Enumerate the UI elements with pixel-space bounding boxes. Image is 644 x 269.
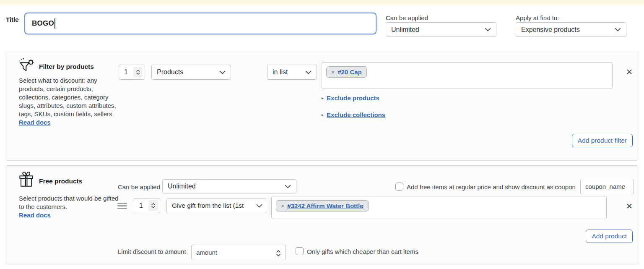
- gift-products-tag-field[interactable]: × #3242 Affirm Water Bottle: [271, 196, 607, 219]
- limit-amount-input[interactable]: [191, 245, 286, 260]
- free-products-description-text: Select products that would be gifted to …: [19, 195, 119, 210]
- product-chip: × #20 Cap: [326, 66, 367, 78]
- filter-by-products-panel: Filter by products Select what to discou…: [6, 51, 638, 161]
- remove-chip-icon[interactable]: ×: [331, 69, 335, 76]
- product-link[interactable]: #20 Cap: [338, 68, 362, 76]
- chevron-down-icon: [136, 73, 140, 75]
- title-value: BOGO: [32, 19, 54, 28]
- top-notice-bar: [0, 0, 644, 5]
- title-input[interactable]: BOGO: [24, 13, 377, 34]
- title-label: Title: [6, 16, 19, 23]
- gift-quantity-stepper[interactable]: 1: [134, 198, 160, 213]
- filter-operator-value: in list: [273, 68, 302, 76]
- can-be-applied-label: Can be applied: [386, 14, 428, 21]
- add-product-filter-button[interactable]: Add product filter: [572, 134, 633, 147]
- fp-can-be-applied-select[interactable]: Unlimited: [162, 179, 296, 193]
- gift-mode-select[interactable]: Give gift from the list (1st: [166, 198, 266, 213]
- chevron-down-icon: [276, 254, 280, 256]
- free-products-panel: Free products Select products that would…: [6, 165, 638, 264]
- fp-can-be-applied-value: Unlimited: [168, 183, 281, 190]
- free-products-description: Select products that would be gifted to …: [19, 194, 119, 219]
- amount-spinner-arrows[interactable]: [276, 250, 280, 256]
- chevron-down-icon: [615, 28, 621, 31]
- filter-type-value: Products: [157, 68, 216, 76]
- coupon-checkbox-label: Add free items at regular price and show…: [407, 183, 576, 191]
- remove-chip-icon[interactable]: ×: [281, 203, 284, 209]
- filter-products-tag-field[interactable]: × #20 Cap: [322, 62, 613, 89]
- apply-at-first-value: Expensive products: [521, 26, 611, 34]
- chevron-up-icon: [276, 250, 280, 253]
- read-docs-link[interactable]: Read docs: [19, 212, 51, 219]
- chevron-down-icon: [485, 28, 491, 31]
- chevron-down-icon: [219, 71, 226, 74]
- drag-handle-icon[interactable]: [117, 203, 127, 209]
- remove-filter-row-button[interactable]: ✕: [624, 66, 635, 77]
- triangle-right-icon: ▸: [322, 96, 324, 100]
- filter-quantity-stepper[interactable]: 1: [119, 65, 145, 80]
- filter-quantity-value: 1: [124, 68, 133, 76]
- free-products-title: Free products: [39, 178, 82, 185]
- add-product-button[interactable]: Add product: [586, 230, 633, 243]
- funnel-gear-icon: [18, 57, 36, 75]
- chevron-down-icon: [305, 71, 312, 74]
- exclude-products-toggle[interactable]: ▸ Exclude products: [322, 94, 379, 102]
- filter-panel-description: Select what to discount: any products, c…: [19, 76, 119, 127]
- coupon-name-input[interactable]: [580, 179, 634, 194]
- product-link[interactable]: #3242 Affirm Water Bottle: [287, 202, 363, 209]
- chevron-down-icon: [151, 206, 155, 208]
- cheaper-gifts-label: Only gifts which cheaper than cart items: [307, 248, 418, 255]
- triangle-right-icon: ▸: [322, 112, 324, 117]
- limit-discount-label: Limit discount to amount: [118, 248, 186, 255]
- can-be-applied-select[interactable]: Unlimited: [386, 22, 496, 37]
- stepper-arrows[interactable]: [148, 200, 158, 211]
- cheaper-gifts-checkbox[interactable]: [296, 247, 304, 255]
- remove-gift-row-button[interactable]: ✕: [624, 201, 635, 212]
- filter-panel-description-text: Select what to discount: any products, c…: [19, 77, 116, 118]
- apply-at-first-label: Apply at first to:: [516, 14, 559, 21]
- chevron-up-icon: [151, 203, 155, 205]
- exclude-products-link[interactable]: Exclude products: [327, 94, 379, 102]
- exclude-collections-link[interactable]: Exclude collections: [327, 111, 385, 118]
- read-docs-link[interactable]: Read docs: [19, 119, 51, 126]
- discount-rule-editor: Title BOGO Can be applied Unlimited Appl…: [0, 0, 644, 269]
- filter-panel-title: Filter by products: [39, 63, 94, 71]
- filter-operator-select[interactable]: in list: [267, 65, 317, 80]
- chevron-down-icon: [256, 204, 262, 208]
- gift-quantity-value: 1: [139, 202, 148, 209]
- chevron-up-icon: [136, 70, 140, 72]
- can-be-applied-value: Unlimited: [391, 26, 481, 34]
- chevron-down-icon: [285, 185, 291, 188]
- gift-icon: [18, 171, 36, 188]
- stepper-arrows[interactable]: [133, 67, 143, 78]
- coupon-checkbox[interactable]: [395, 183, 403, 191]
- filter-type-select[interactable]: Products: [151, 65, 231, 80]
- exclude-collections-toggle[interactable]: ▸ Exclude collections: [322, 111, 385, 118]
- fp-can-be-applied-label: Can be applied: [118, 183, 160, 191]
- apply-at-first-select[interactable]: Expensive products: [516, 22, 626, 37]
- gift-mode-value: Give gift from the list (1st: [172, 202, 254, 209]
- product-chip: × #3242 Affirm Water Bottle: [276, 200, 369, 212]
- text-caret: [55, 18, 55, 29]
